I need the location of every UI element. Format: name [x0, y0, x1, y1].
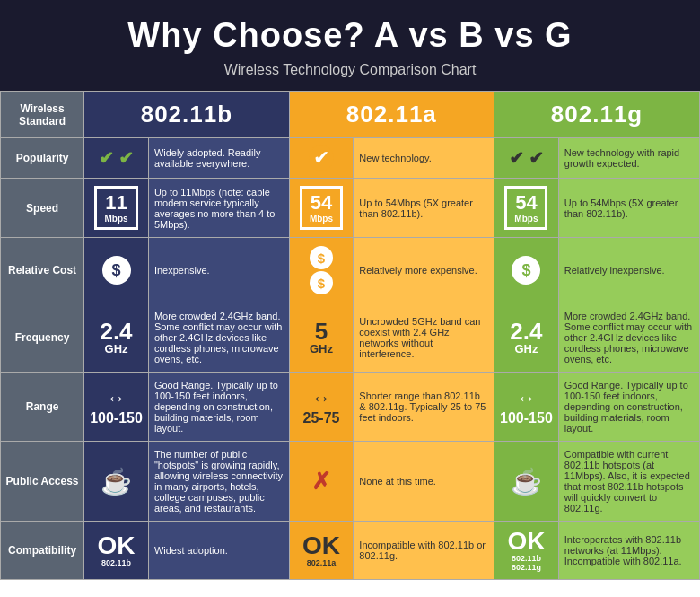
row-label-speed: Speed [1, 179, 84, 238]
popularity-b-text: Widely adopted. Readily available everyw… [148, 138, 289, 179]
frequency-b-icon: 2.4 GHz [84, 303, 149, 373]
popularity-b-icon: ✔ ✔ [84, 138, 149, 179]
cost-b-icon: $ [84, 238, 149, 303]
popularity-a-text: New technology. [354, 138, 494, 179]
frequency-g-icon: 2.4 GHz [494, 303, 559, 373]
header-a: 802.11a [289, 92, 494, 138]
range-b-icon: ↔ 100-150 [84, 373, 149, 442]
row-label-compat: Compatibility [1, 522, 84, 580]
speed-b-icon: 11 Mbps [84, 179, 149, 238]
compat-b-text: Widest adoption. [148, 522, 289, 580]
frequency-a-text: Uncrowded 5GHz band can coexist with 2.4… [354, 303, 494, 373]
range-g-icon: ↔ 100-150 [494, 373, 559, 442]
range-a-text: Shorter range than 802.11b & 802.11g. Ty… [354, 373, 494, 442]
range-b-text: Good Range. Typically up to 100-150 feet… [148, 373, 289, 442]
compat-a-icon: OK 802.11a [289, 522, 354, 580]
popularity-a-icon: ✔ [289, 138, 354, 179]
public-a-text: None at this time. [354, 442, 494, 522]
public-g-icon: ☕ [494, 442, 559, 522]
x-icon: ✗ [311, 468, 331, 495]
speed-g-text: Up to 54Mbps (5X greater than 802.11b). [558, 179, 699, 238]
speed-a-text: Up to 54Mbps (5X greater than 802.11b). [354, 179, 494, 238]
popularity-g-text: New technology with rapid growth expecte… [558, 138, 699, 179]
compat-b-icon: OK 802.11b [84, 522, 149, 580]
compat-a-text: Incompatible with 802.11b or 802.11g. [354, 522, 494, 580]
range-g-text: Good Range. Typically up to 100-150 feet… [558, 373, 699, 442]
cost-a-icon: $ $ [289, 238, 354, 303]
main-title: Why Choose? A vs B vs G [0, 0, 700, 60]
frequency-b-text: More crowded 2.4GHz band. Some conflict … [148, 303, 289, 373]
frequency-a-icon: 5 GHz [289, 303, 354, 373]
coffee-icon-g: ☕ [511, 468, 542, 496]
speed-b-text: Up to 11Mbps (note: cable modem service … [148, 179, 289, 238]
row-label-public: Public Access [1, 442, 84, 522]
sub-title: Wireless Technology Comparison Chart [0, 60, 700, 91]
popularity-g-icon: ✔ ✔ [494, 138, 559, 179]
row-label-popularity: Popularity [1, 138, 84, 179]
row-label-frequency: Frequency [1, 303, 84, 373]
speed-a-icon: 54 Mbps [289, 179, 354, 238]
cost-a-text: Relatively more expensive. [354, 238, 494, 303]
header-wireless-standard: Wireless Standard [1, 92, 84, 138]
range-a-icon: ↔ 25-75 [289, 373, 354, 442]
header-g: 802.11g [494, 92, 700, 138]
row-label-range: Range [1, 373, 84, 442]
compat-g-icon: OK 802.11b 802.11g [494, 522, 559, 580]
cost-g-text: Relatively inexpensive. [558, 238, 699, 303]
coffee-icon-b: ☕ [101, 468, 132, 496]
frequency-g-text: More crowded 2.4GHz band. Some conflict … [558, 303, 699, 373]
row-label-cost: Relative Cost [1, 238, 84, 303]
cost-g-icon: $ [494, 238, 559, 303]
public-b-text: The number of public "hotspots" is growi… [148, 442, 289, 522]
compat-g-text: Interoperates with 802.11b networks (at … [558, 522, 699, 580]
public-b-icon: ☕ [84, 442, 149, 522]
header-b: 802.11b [84, 92, 289, 138]
public-a-icon: ✗ [289, 442, 354, 522]
comparison-table: Wireless Standard 802.11b 802.11a 802.11… [0, 91, 700, 580]
cost-b-text: Inexpensive. [148, 238, 289, 303]
public-g-text: Compatible with current 802.11b hotspots… [558, 442, 699, 522]
speed-g-icon: 54 Mbps [494, 179, 559, 238]
